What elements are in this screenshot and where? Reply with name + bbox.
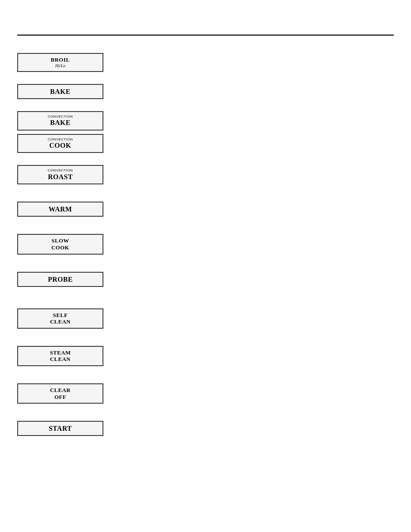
- clear-off-button[interactable]: Clear Off: [17, 383, 103, 404]
- buttons-grid: Broil Hi/Lo Bake Convection Bake Convect…: [17, 49, 394, 445]
- conv-cook-main-label: Cook: [50, 141, 72, 149]
- broil-sub-label: Hi/Lo: [55, 63, 65, 68]
- conv-roast-top-label: Convection: [48, 168, 73, 173]
- start-label: Start: [49, 424, 72, 432]
- conv-cook-top-label: Convection: [48, 137, 73, 142]
- convection-bake-button[interactable]: Convection Bake: [17, 111, 103, 131]
- probe-button[interactable]: Probe: [17, 272, 103, 287]
- middle-spacer: [103, 49, 308, 445]
- left-column: Broil Hi/Lo Bake Convection Bake Convect…: [17, 49, 103, 445]
- right-column: Oven Light Timer On Timer Off Cook Time …: [308, 49, 411, 445]
- self-clean-label-1: Self: [53, 312, 68, 319]
- slow-cook-button[interactable]: Slow Cook: [17, 234, 103, 254]
- broil-button[interactable]: Broil Hi/Lo: [17, 53, 103, 72]
- slow-cook-label-1: Slow: [51, 237, 69, 244]
- warm-label: Warm: [49, 205, 72, 213]
- warm-button[interactable]: Warm: [17, 202, 103, 217]
- probe-label: Probe: [48, 275, 73, 283]
- conv-bake-main-label: Bake: [50, 118, 70, 127]
- broil-label: Broil: [51, 56, 70, 63]
- steam-clean-button[interactable]: Steam Clean: [17, 346, 103, 366]
- top-divider: [17, 34, 394, 36]
- steam-clean-label-2: Clean: [50, 356, 71, 363]
- steam-clean-label-1: Steam: [50, 349, 71, 356]
- bake-button[interactable]: Bake: [17, 84, 103, 99]
- self-clean-label-2: Clean: [50, 318, 71, 325]
- bake-label: Bake: [50, 87, 70, 96]
- clear-off-label-1: Clear: [50, 387, 71, 394]
- convection-roast-button[interactable]: Convection Roast: [17, 165, 103, 184]
- clear-off-label-2: Off: [54, 394, 66, 401]
- convection-cook-button[interactable]: Convection Cook: [17, 134, 103, 153]
- slow-cook-label-2: Cook: [51, 244, 69, 251]
- conv-roast-main-label: Roast: [48, 173, 73, 181]
- start-button[interactable]: Start: [17, 421, 103, 436]
- conv-bake-top-label: Convection: [48, 115, 73, 119]
- self-clean-button[interactable]: Self Clean: [17, 308, 103, 329]
